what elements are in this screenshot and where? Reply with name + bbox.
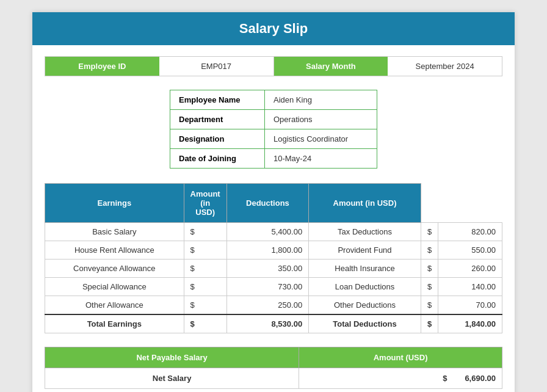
net-amount: 6,690.00 [465,374,496,383]
employee-info-table: Employee Name Aiden King Department Oper… [170,90,377,169]
emp-dept-label: Department [170,110,265,129]
net-value-row: Net Salary $ 6,690.00 [45,368,502,389]
info-bar: Employee ID EMP017 Salary Month Septembe… [45,56,502,76]
ded-name-0: Tax Deductions [309,223,421,241]
earnings-col-header: Earnings [45,184,184,223]
emp-designation-label: Designation [170,129,265,149]
ded-amount-3: 140.00 [438,278,502,296]
ded-currency-4: $ [421,296,438,315]
earn-amount-3: 730.00 [226,278,308,296]
totals-row: Total Earnings $ 8,530.00 Total Deductio… [45,314,502,333]
salary-month-value: September 2024 [388,57,502,76]
table-row: Department Operations [170,110,377,129]
earn-currency-1: $ [184,241,226,260]
ded-name-4: Other Deductions [309,296,421,315]
earn-amount-4: 250.00 [226,296,308,315]
net-salary-amount: $ 6,690.00 [299,368,502,389]
total-ded-currency: $ [421,314,438,333]
earnings-deductions-table: Earnings Amount (in USD) Deductions Amou… [45,183,502,333]
net-header-row: Net Payable Salary Amount (USD) [45,347,502,368]
table-header-row: Earnings Amount (in USD) Deductions Amou… [45,184,502,223]
deductions-amount-col-header: Amount (in USD) [309,184,421,223]
ded-amount-2: 260.00 [438,260,502,278]
salary-month-label: Salary Month [274,57,388,76]
ded-currency-0: $ [421,223,438,241]
table-row: Special Allowance $ 730.00 Loan Deductio… [45,278,502,296]
ded-name-3: Loan Deductions [309,278,421,296]
total-earn-currency: $ [184,314,226,333]
emp-name-label: Employee Name [170,90,265,110]
table-row: House Rent Allowance $ 1,800.00 Providen… [45,241,502,260]
ded-name-1: Provident Fund [309,241,421,260]
earn-amount-2: 350.00 [226,260,308,278]
employee-id-value: EMP017 [159,57,274,76]
earn-name-3: Special Allowance [45,278,184,296]
ded-amount-4: 70.00 [438,296,502,315]
ded-currency-1: $ [421,241,438,260]
total-ded-amount: 1,840.00 [438,314,502,333]
ded-amount-1: 550.00 [438,241,502,260]
earn-name-4: Other Allowance [45,296,184,315]
emp-doj-label: Date of Joining [170,149,265,169]
earn-currency-2: $ [184,260,226,278]
earn-name-1: House Rent Allowance [45,241,184,260]
salary-slip-page: Salary Slip Employee ID EMP017 Salary Mo… [32,12,515,392]
table-row: Date of Joining 10-May-24 [170,149,377,169]
earn-name-2: Conveyance Allowance [45,260,184,278]
net-salary-label: Net Salary [45,368,299,389]
emp-designation-value: Logistics Coordinator [265,129,377,149]
total-earn-amount: 8,530.00 [226,314,308,333]
earn-currency-4: $ [184,296,226,315]
net-salary-table: Net Payable Salary Amount (USD) Net Sala… [45,347,502,389]
table-row: Employee Name Aiden King [170,90,377,110]
table-row: Basic Salary $ 5,400.00 Tax Deductions $… [45,223,502,241]
ded-amount-0: 820.00 [438,223,502,241]
net-amount-header: Amount (USD) [299,347,502,368]
page-title: Salary Slip [32,12,515,45]
earn-amount-0: 5,400.00 [226,223,308,241]
total-ded-label: Total Deductions [309,314,421,333]
emp-name-value: Aiden King [265,90,377,110]
earn-currency-3: $ [184,278,226,296]
earn-currency-0: $ [184,223,226,241]
employee-id-label: Employee ID [45,57,159,76]
ded-currency-2: $ [421,260,438,278]
net-currency: $ [443,374,447,383]
deductions-col-header: Deductions [226,184,308,223]
table-row: Designation Logistics Coordinator [170,129,377,149]
ded-name-2: Health Insurance [309,260,421,278]
emp-dept-value: Operations [265,110,377,129]
earnings-amount-col-header: Amount (in USD) [184,184,226,223]
table-row: Other Allowance $ 250.00 Other Deduction… [45,296,502,315]
earn-name-0: Basic Salary [45,223,184,241]
earn-amount-1: 1,800.00 [226,241,308,260]
table-row: Conveyance Allowance $ 350.00 Health Ins… [45,260,502,278]
total-earn-label: Total Earnings [45,314,184,333]
ded-currency-3: $ [421,278,438,296]
net-payable-label-header: Net Payable Salary [45,347,299,368]
emp-doj-value: 10-May-24 [265,149,377,169]
